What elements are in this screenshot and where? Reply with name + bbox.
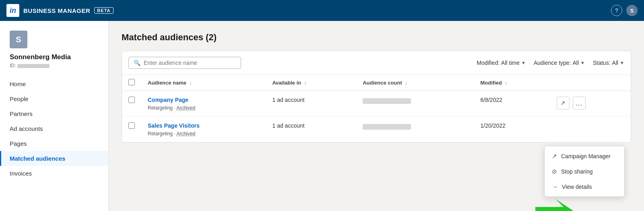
- arrow-svg: [535, 199, 580, 211]
- menu-item-campaign-manager[interactable]: ↗ Campaign Manager: [545, 149, 624, 164]
- main-layout: S Sonnenberg Media ID: Home People Partn…: [0, 21, 644, 211]
- menu-item-view-details-label: View details: [562, 184, 592, 190]
- sidebar-item-home[interactable]: Home: [0, 77, 108, 91]
- row2-audience-sub: Retargeting · Archived: [148, 131, 195, 137]
- page-title: Matched audiences (2): [122, 32, 631, 43]
- linkedin-logo: in: [6, 4, 19, 17]
- col-available-in[interactable]: Available in ↕: [266, 75, 356, 91]
- status-value: All: [612, 60, 619, 66]
- table-container: 🔍 Modified: All time ▼ Audience type: Al…: [122, 51, 631, 143]
- audience-type-dropdown-arrow: ▼: [580, 60, 585, 65]
- modified-dropdown-arrow: ▼: [521, 60, 526, 65]
- row2-audience-name-link[interactable]: Sales Page Visitors: [148, 122, 259, 129]
- row2-modified: 1/20/2022: [474, 117, 550, 143]
- search-icon: 🔍: [134, 60, 140, 66]
- audience-type-filter[interactable]: Audience type: All ▼: [534, 60, 585, 66]
- sort-icon-available: ↕: [304, 81, 307, 85]
- col-audience-name[interactable]: Audience name ↕: [141, 75, 266, 91]
- col-checkbox: [122, 75, 141, 91]
- row1-audience-name-link[interactable]: Company Page: [148, 97, 259, 103]
- status-filter[interactable]: Status: All ▼: [593, 60, 624, 66]
- sort-icon-modified: ↕: [505, 81, 508, 85]
- row1-name-cell: Company Page Retargeting · Archived: [141, 91, 266, 117]
- sidebar-id: ID:: [0, 63, 108, 68]
- row2-name-cell: Sales Page Visitors Retargeting · Archiv…: [141, 117, 266, 143]
- menu-item-view-details[interactable]: → View details: [545, 179, 624, 194]
- top-navigation: in BUSINESS MANAGER BETA ? S: [0, 0, 644, 21]
- stop-sharing-icon: ⊘: [552, 168, 557, 175]
- table-header-row: Audience name ↕ Available in ↕ Audience …: [122, 75, 631, 91]
- row2-available-in: 1 ad account: [266, 117, 356, 143]
- menu-item-stop-sharing[interactable]: ⊘ Stop sharing: [545, 164, 624, 179]
- row1-checkbox-cell: [122, 91, 141, 117]
- svg-marker-0: [535, 199, 580, 211]
- row1-available-in: 1 ad account: [266, 91, 356, 117]
- menu-item-campaign-manager-label: Campaign Manager: [561, 153, 611, 159]
- row1-count-bar: [363, 98, 411, 104]
- help-icon[interactable]: ?: [611, 5, 622, 16]
- row1-archived-label: Archived: [176, 105, 195, 111]
- business-manager-title: BUSINESS MANAGER: [23, 7, 90, 14]
- sidebar-avatar: S: [10, 31, 27, 48]
- select-all-checkbox[interactable]: [128, 79, 135, 85]
- row1-audience-count: [356, 91, 474, 117]
- user-avatar[interactable]: S: [626, 5, 638, 16]
- status-label: Status:: [593, 60, 611, 66]
- row1-actions: ↗ …: [550, 91, 631, 117]
- campaign-manager-icon: ↗: [552, 153, 557, 160]
- status-dropdown-arrow: ▼: [620, 60, 624, 65]
- row2-checkbox[interactable]: [128, 122, 135, 129]
- row2-audience-count: [356, 117, 474, 143]
- sidebar-id-bar: [17, 64, 50, 68]
- sidebar-item-ad-accounts[interactable]: Ad accounts: [0, 121, 108, 136]
- row1-more-button[interactable]: …: [573, 97, 586, 110]
- sidebar-nav: Home People Partners Ad accounts Pages M…: [0, 77, 108, 181]
- search-input[interactable]: [144, 60, 236, 66]
- row1-checkbox[interactable]: [128, 97, 135, 103]
- audience-type-label: Audience type:: [534, 60, 571, 66]
- modified-label: Modified:: [477, 60, 500, 66]
- beta-badge: BETA: [94, 7, 113, 14]
- row2-archived-label: Archived: [176, 131, 195, 137]
- sidebar-item-partners[interactable]: Partners: [0, 106, 108, 121]
- modified-value: All time: [501, 60, 520, 66]
- row2-actions: [550, 117, 631, 143]
- topnav-left: in BUSINESS MANAGER BETA: [6, 4, 114, 17]
- sidebar-item-people[interactable]: People: [0, 91, 108, 106]
- modified-filter[interactable]: Modified: All time ▼: [477, 60, 526, 66]
- topnav-right: ? S: [611, 5, 638, 16]
- row2-count-bar: [363, 124, 411, 130]
- linkedin-logo-text: in: [10, 6, 16, 15]
- context-menu: ↗ Campaign Manager ⊘ Stop sharing → View…: [544, 146, 625, 197]
- col-audience-count[interactable]: Audience count ↕: [356, 75, 474, 91]
- row1-external-link-button[interactable]: ↗: [557, 97, 570, 110]
- audience-type-value: All: [573, 60, 579, 66]
- table-toolbar: 🔍 Modified: All time ▼ Audience type: Al…: [122, 51, 631, 75]
- row1-modified: 6/8/2022: [474, 91, 550, 117]
- col-modified[interactable]: Modified ↕: [474, 75, 550, 91]
- filter-group: Modified: All time ▼ Audience type: All …: [477, 60, 624, 66]
- table-row: Company Page Retargeting · Archived 1 ad…: [122, 91, 631, 117]
- sidebar-item-invoices[interactable]: Invoices: [0, 166, 108, 181]
- col-actions: [550, 75, 631, 91]
- view-details-icon: →: [552, 183, 558, 190]
- sidebar: S Sonnenberg Media ID: Home People Partn…: [0, 21, 109, 211]
- sort-icon-name: ↕: [190, 81, 192, 85]
- sidebar-item-matched-audiences[interactable]: Matched audiences: [0, 151, 108, 166]
- menu-item-stop-sharing-label: Stop sharing: [561, 168, 593, 175]
- row1-action-buttons: ↗ …: [557, 97, 624, 110]
- main-content: Matched audiences (2) 🔍 Modified: All ti…: [109, 21, 644, 211]
- audiences-table: Audience name ↕ Available in ↕ Audience …: [122, 75, 631, 142]
- row2-checkbox-cell: [122, 117, 141, 143]
- sidebar-item-pages[interactable]: Pages: [0, 136, 108, 151]
- row1-audience-sub: Retargeting · Archived: [148, 105, 195, 111]
- table-row: Sales Page Visitors Retargeting · Archiv…: [122, 117, 631, 143]
- sidebar-company-name: Sonnenberg Media: [0, 53, 108, 61]
- search-box: 🔍: [128, 57, 241, 69]
- sort-icon-count: ↕: [405, 81, 407, 85]
